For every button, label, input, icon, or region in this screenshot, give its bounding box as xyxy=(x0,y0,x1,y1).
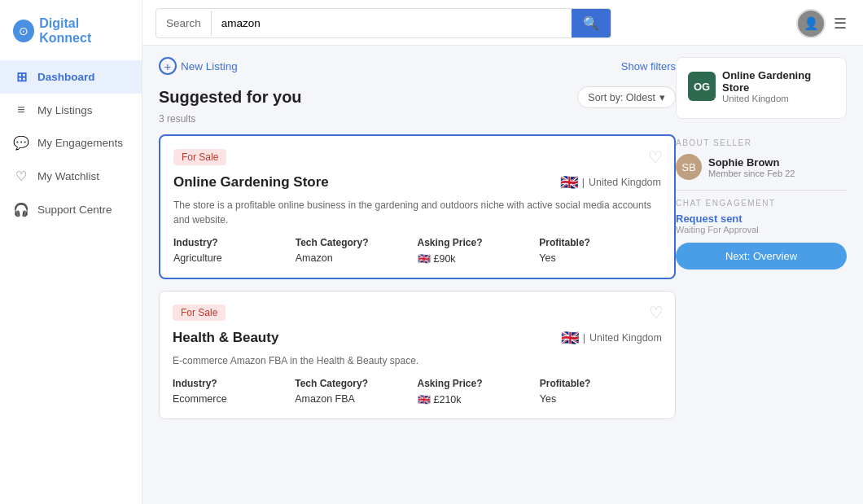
listing-title-row-0: Online Gardening Store 🇬🇧 | United Kingd… xyxy=(173,173,661,191)
flag-icon-1: 🇬🇧 xyxy=(561,329,579,347)
logo-icon: ⊙ xyxy=(13,20,34,42)
listing-location-1: 🇬🇧 | United Kingdom xyxy=(561,329,662,347)
sidebar: ⊙ Digital Konnect ⊞ Dashboard ≡ My Listi… xyxy=(0,0,142,504)
sidebar-label-dashboard: Dashboard xyxy=(37,71,95,83)
sidebar-logo: ⊙ Digital Konnect xyxy=(0,8,142,60)
search-button[interactable]: 🔍 xyxy=(572,9,611,37)
seller-name: Sophie Brown xyxy=(708,156,795,169)
stat-tech-0: Tech Category? Amazon xyxy=(296,237,418,265)
about-seller-title: About Seller xyxy=(676,138,847,147)
seller-details: Sophie Brown Member since Feb 22 xyxy=(708,156,795,178)
request-sent-status: Request sent xyxy=(676,213,847,225)
separator-0: | xyxy=(582,177,585,188)
main: Search 🔍 👤 ☰ + New Listing Show filters … xyxy=(142,0,863,504)
chat-engagement-title: Chat Engagement xyxy=(676,199,847,208)
for-sale-badge-0: For Sale xyxy=(173,149,226,165)
user-avatar[interactable]: 👤 xyxy=(796,9,826,38)
flag-price-1: 🇬🇧 xyxy=(418,393,431,405)
store-avatar: OG xyxy=(688,72,716,101)
country-0: United Kingdom xyxy=(589,177,661,188)
support-icon: 🎧 xyxy=(13,202,29,217)
sidebar-nav: ⊞ Dashboard ≡ My Listings 💬 My Engagemen… xyxy=(0,60,142,226)
chevron-down-icon: ▾ xyxy=(659,91,665,103)
divider xyxy=(676,190,847,191)
seller-info: SB Sophie Brown Member since Feb 22 xyxy=(676,154,847,180)
seller-avatar: SB xyxy=(676,154,702,180)
listing-desc-1: E-commerce Amazon FBA in the Health & Be… xyxy=(173,353,662,368)
listing-stats-0: Industry? Agriculture Tech Category? Ama… xyxy=(173,237,661,265)
for-sale-badge-1: For Sale xyxy=(173,305,226,321)
listing-title-0: Online Gardening Store xyxy=(173,174,329,191)
sidebar-item-support-centre[interactable]: 🎧 Support Centre xyxy=(0,193,142,226)
search-wrapper: Search 🔍 xyxy=(156,8,611,38)
content-area: + New Listing Show filters Suggested for… xyxy=(142,46,863,504)
wishlist-button-1[interactable]: ♡ xyxy=(649,303,664,322)
stat-price-0: Asking Price? 🇬🇧 £90k xyxy=(418,237,540,265)
new-listing-button[interactable]: + New Listing xyxy=(159,57,238,75)
hamburger-menu-icon[interactable]: ☰ xyxy=(834,15,847,33)
listing-location-0: 🇬🇧 | United Kingdom xyxy=(560,173,661,191)
stat-price-1: Asking Price? 🇬🇧 £210k xyxy=(418,378,540,405)
stat-industry-0: Industry? Agriculture xyxy=(173,237,296,265)
listing-title-row-1: Health & Beauty 🇬🇧 | United Kingdom xyxy=(173,329,662,347)
flag-price-0: 🇬🇧 xyxy=(418,252,431,265)
store-header: OG Online Gardening Store United Kingdom xyxy=(688,69,835,103)
listing-card-1[interactable]: For Sale ♡ Health & Beauty 🇬🇧 | United K… xyxy=(159,291,676,419)
sidebar-item-my-engagements[interactable]: 💬 My Engagements xyxy=(0,126,142,160)
stat-profitable-0: Profitable? Yes xyxy=(539,237,661,265)
wishlist-button-0[interactable]: ♡ xyxy=(648,147,663,167)
logo-text: Digital Konnect xyxy=(39,16,129,46)
new-listing-label: New Listing xyxy=(181,60,238,72)
show-filters-button[interactable]: Show filters xyxy=(621,60,676,72)
results-count: 3 results xyxy=(159,113,676,125)
suggestions-header: Suggested for you Sort by: Oldest ▾ xyxy=(159,86,676,108)
sort-label: Sort by: Oldest xyxy=(588,92,655,103)
seller-since: Member since Feb 22 xyxy=(708,169,795,178)
next-overview-button[interactable]: Next: Overview xyxy=(676,243,847,270)
stat-tech-1: Tech Category? Amazon FBA xyxy=(295,378,417,405)
engagements-icon: 💬 xyxy=(13,135,29,151)
new-listing-plus-icon: + xyxy=(159,57,177,75)
separator-1: | xyxy=(583,332,585,344)
section-title: Suggested for you xyxy=(159,88,302,107)
waiting-approval-text: Waiting For Approval xyxy=(676,225,847,234)
stat-industry-1: Industry? Ecommerce xyxy=(173,378,295,405)
search-input[interactable] xyxy=(212,11,572,36)
store-card: OG Online Gardening Store United Kingdom xyxy=(676,57,847,119)
search-label: Search xyxy=(156,11,212,36)
listings-icon: ≡ xyxy=(13,103,29,117)
listing-title-1: Health & Beauty xyxy=(173,330,278,346)
sidebar-label-my-watchlist: My Watchlist xyxy=(37,170,99,182)
dashboard-icon: ⊞ xyxy=(13,69,29,85)
stat-profitable-1: Profitable? Yes xyxy=(540,378,662,405)
store-location: United Kingdom xyxy=(722,94,835,103)
listing-desc-0: The store is a profitable online busines… xyxy=(173,198,661,227)
sidebar-label-my-listings: My Listings xyxy=(37,104,93,116)
listing-card-0[interactable]: For Sale ♡ Online Gardening Store 🇬🇧 | U… xyxy=(159,134,676,279)
sidebar-item-dashboard[interactable]: ⊞ Dashboard xyxy=(0,60,142,94)
new-listing-row: + New Listing Show filters xyxy=(159,57,676,75)
price-value-1: £210k xyxy=(434,394,462,405)
sidebar-label-support-centre: Support Centre xyxy=(37,204,112,216)
right-panel: OG Online Gardening Store United Kingdom… xyxy=(676,57,847,493)
sidebar-item-my-watchlist[interactable]: ♡ My Watchlist xyxy=(0,160,142,193)
sort-dropdown[interactable]: Sort by: Oldest ▾ xyxy=(577,86,676,108)
country-1: United Kingdom xyxy=(589,332,662,344)
store-info: Online Gardening Store United Kingdom xyxy=(722,69,835,103)
watchlist-icon: ♡ xyxy=(13,169,29,184)
top-header: Search 🔍 👤 ☰ xyxy=(142,0,863,46)
about-seller: About Seller SB Sophie Brown Member sinc… xyxy=(676,138,847,270)
listings-area: + New Listing Show filters Suggested for… xyxy=(159,57,676,493)
listing-stats-1: Industry? Ecommerce Tech Category? Amazo… xyxy=(173,378,662,405)
sidebar-item-my-listings[interactable]: ≡ My Listings xyxy=(0,94,142,126)
sidebar-label-my-engagements: My Engagements xyxy=(37,137,123,149)
flag-icon-0: 🇬🇧 xyxy=(560,173,578,191)
price-value-0: £90k xyxy=(434,253,456,265)
store-name: Online Gardening Store xyxy=(722,69,835,94)
